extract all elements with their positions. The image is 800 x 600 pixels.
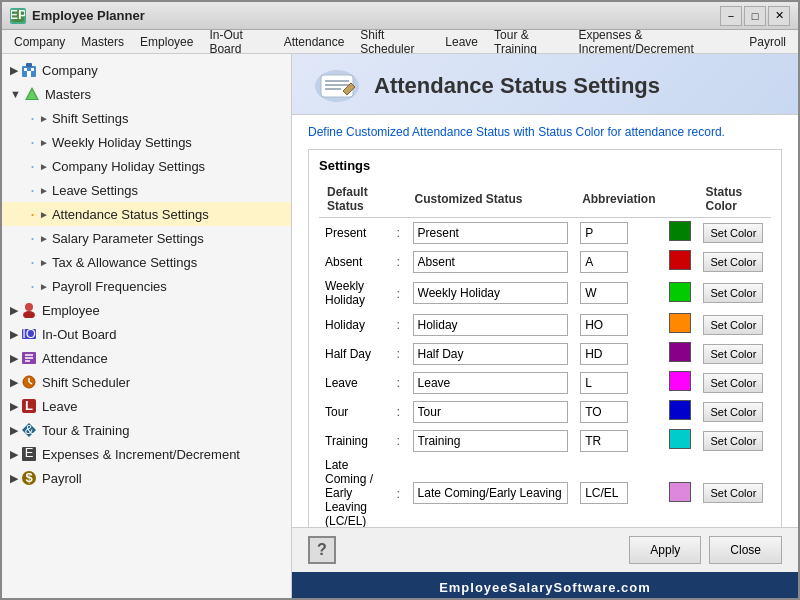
set-color-button-present[interactable]: Set Color [703,223,763,243]
table-row: Tour:Set Color [319,397,771,426]
col-header-abbr: Abbreviation [574,181,663,218]
tree-icon-payroll: $ [20,469,38,487]
sidebar-item-company-holiday[interactable]: ·►Company Holiday Settings [2,154,291,178]
sub-arrow-leave-settings: ► [39,185,49,196]
menu-item-attendance[interactable]: Attendance [276,33,353,51]
maximize-button[interactable]: □ [744,6,766,26]
close-button-footer[interactable]: Close [709,536,782,564]
menu-item-masters[interactable]: Masters [73,33,132,51]
default-status-weekly-holiday: Weekly Holiday [319,276,391,310]
svg-point-10 [23,311,35,318]
menu-item-shift-scheduler[interactable]: Shift Scheduler [352,26,437,58]
custom-input-leave[interactable] [413,372,568,394]
set-color-button-leave[interactable]: Set Color [703,373,763,393]
custom-input-tour[interactable] [413,401,568,423]
abbr-input-weekly-holiday[interactable] [580,282,628,304]
sidebar-item-tax-allowance[interactable]: ·►Tax & Allowance Settings [2,250,291,274]
expand-icon-company: ▶ [10,64,18,77]
abbr-input-absent[interactable] [580,251,628,273]
color-box-weekly-holiday[interactable] [669,282,691,302]
custom-input-training[interactable] [413,430,568,452]
color-box-half-day[interactable] [669,342,691,362]
sidebar-item-leave[interactable]: ▶LLeave [2,394,291,418]
sidebar-item-payroll-freq[interactable]: ·►Payroll Frequencies [2,274,291,298]
default-status-tour: Tour [319,397,391,426]
tree-icon-shift-scheduler [20,373,38,391]
close-button[interactable]: ✕ [768,6,790,26]
sidebar-item-payroll[interactable]: ▶$Payroll [2,466,291,490]
custom-input-weekly-holiday[interactable] [413,282,568,304]
sidebar-item-inout-board[interactable]: ▶IOIn-Out Board [2,322,291,346]
sidebar-label-payroll: Payroll [42,471,82,486]
color-box-absent[interactable] [669,250,691,270]
abbr-input-present[interactable] [580,222,628,244]
sidebar-label-leave: Leave [42,399,77,414]
set-color-button-tour[interactable]: Set Color [703,402,763,422]
sidebar-label-salary-param: Salary Parameter Settings [52,231,204,246]
color-box-late-coming[interactable] [669,482,691,502]
table-row: Late Coming /Early Leaving (LC/EL):Set C… [319,455,771,527]
sidebar-item-attendance-status[interactable]: ·►Attendance Status Settings [2,202,291,226]
tree-icon-leave: L [20,397,38,415]
sidebar-item-masters[interactable]: ▼Masters [2,82,291,106]
svg-text:IO: IO [22,326,36,341]
color-box-present[interactable] [669,221,691,241]
menu-item-leave[interactable]: Leave [437,33,486,51]
custom-input-holiday[interactable] [413,314,568,336]
menu-item-tour--training[interactable]: Tour & Training [486,26,570,58]
tree-dot-tax-allowance: · [30,253,35,271]
color-box-tour[interactable] [669,400,691,420]
sidebar-item-leave-settings[interactable]: ·►Leave Settings [2,178,291,202]
menu-item-in-out-board[interactable]: In-Out Board [201,26,275,58]
custom-input-half-day[interactable] [413,343,568,365]
brand-footer: EmployeeSalarySoftware.com [292,572,798,600]
color-box-training[interactable] [669,429,691,449]
sidebar-item-employee[interactable]: ▶Employee [2,298,291,322]
color-box-leave[interactable] [669,371,691,391]
col-header-default: Default Status [319,181,391,218]
header-icon [312,66,362,106]
content-footer: ? Apply Close [292,527,798,572]
color-box-holiday[interactable] [669,313,691,333]
apply-button[interactable]: Apply [629,536,701,564]
sidebar-item-expenses[interactable]: ▶EExpenses & Increment/Decrement [2,442,291,466]
expand-icon-shift-scheduler: ▶ [10,376,18,389]
menu-item-company[interactable]: Company [6,33,73,51]
set-color-button-training[interactable]: Set Color [703,431,763,451]
minimize-button[interactable]: − [720,6,742,26]
help-button[interactable]: ? [308,536,336,564]
settings-box: Settings Default Status Customized Statu… [308,149,782,527]
abbr-input-holiday[interactable] [580,314,628,336]
tree-icon-masters [23,85,41,103]
menu-item-expenses--incrementdecrement[interactable]: Expenses & Increment/Decrement [570,26,741,58]
sidebar-label-shift-scheduler: Shift Scheduler [42,375,130,390]
sub-arrow-tax-allowance: ► [39,257,49,268]
sidebar-item-salary-param[interactable]: ·►Salary Parameter Settings [2,226,291,250]
sidebar-item-attendance[interactable]: ▶Attendance [2,346,291,370]
set-color-button-weekly-holiday[interactable]: Set Color [703,283,763,303]
set-color-button-holiday[interactable]: Set Color [703,315,763,335]
sidebar-item-shift-scheduler[interactable]: ▶Shift Scheduler [2,370,291,394]
default-status-holiday: Holiday [319,310,391,339]
tree-dot-shift-settings: · [30,109,35,127]
default-status-half-day: Half Day [319,339,391,368]
set-color-button-absent[interactable]: Set Color [703,252,763,272]
menu-item-payroll[interactable]: Payroll [741,33,794,51]
abbr-input-leave[interactable] [580,372,628,394]
abbr-input-training[interactable] [580,430,628,452]
custom-input-absent[interactable] [413,251,568,273]
abbr-input-half-day[interactable] [580,343,628,365]
sidebar-item-tour-training[interactable]: ▶T&TTour & Training [2,418,291,442]
default-status-present: Present [319,218,391,248]
set-color-button-half-day[interactable]: Set Color [703,344,763,364]
set-color-button-late-coming[interactable]: Set Color [703,483,763,503]
sidebar-item-shift-settings[interactable]: ·►Shift Settings [2,106,291,130]
custom-input-present[interactable] [413,222,568,244]
sub-arrow-company-holiday: ► [39,161,49,172]
sidebar-item-company[interactable]: ▶Company [2,58,291,82]
abbr-input-tour[interactable] [580,401,628,423]
abbr-input-late-coming[interactable] [580,482,628,504]
sidebar-item-weekly-holiday[interactable]: ·►Weekly Holiday Settings [2,130,291,154]
menu-item-employee[interactable]: Employee [132,33,201,51]
custom-input-late-coming[interactable] [413,482,568,504]
